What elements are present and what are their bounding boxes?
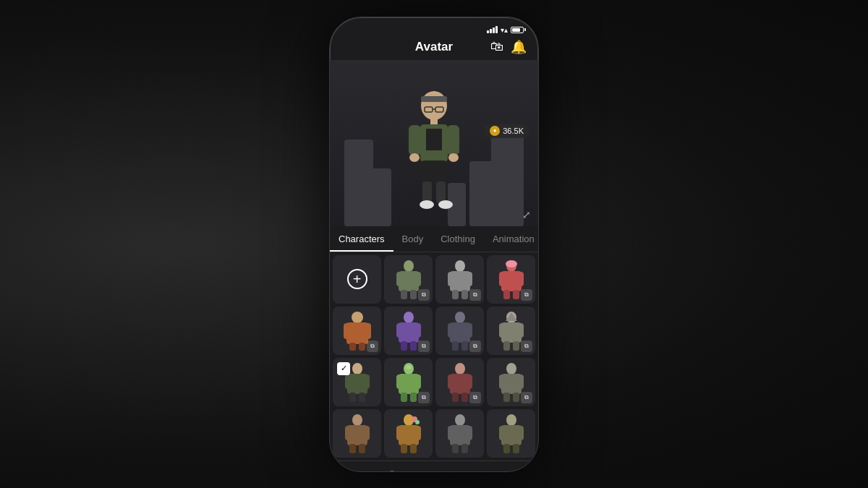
copy-icon[interactable]: ⧉ <box>521 341 532 352</box>
svg-rect-70 <box>414 374 421 389</box>
svg-rect-19 <box>396 272 403 286</box>
header-actions: 🛍 🔔 <box>490 39 527 55</box>
play-icon <box>384 470 400 472</box>
svg-rect-53 <box>461 341 468 351</box>
avatar-figure <box>401 85 467 219</box>
selected-check-icon: ✓ <box>337 362 350 375</box>
svg-point-86 <box>352 414 362 426</box>
tab-characters[interactable]: Characters <box>330 226 393 252</box>
svg-rect-88 <box>345 426 352 440</box>
svg-rect-84 <box>503 393 510 402</box>
character-item-selected[interactable]: ✓ <box>333 358 381 406</box>
pillar-2 <box>370 168 391 226</box>
svg-point-0 <box>421 91 447 120</box>
status-bar: ▾▴ <box>330 17 538 37</box>
svg-rect-21 <box>401 290 407 299</box>
svg-rect-25 <box>448 272 454 286</box>
svg-rect-38 <box>344 323 350 339</box>
tab-animation[interactable]: Animation <box>484 226 538 252</box>
bottom-nav <box>330 461 538 472</box>
nav-play[interactable] <box>378 467 406 472</box>
character-item[interactable] <box>384 409 433 458</box>
status-icons: ▾▴ <box>487 26 524 34</box>
pillar-1 <box>344 140 373 226</box>
svg-rect-8 <box>409 125 421 155</box>
tab-clothing[interactable]: Clothing <box>432 226 484 252</box>
character-item[interactable]: ⧉ <box>333 307 381 355</box>
svg-rect-46 <box>401 341 407 351</box>
header: Avatar 🛍 🔔 <box>330 37 538 60</box>
nav-chat[interactable] <box>462 467 490 472</box>
svg-rect-63 <box>345 374 352 389</box>
svg-rect-89 <box>363 426 370 440</box>
character-item[interactable]: ⧉ <box>435 255 484 304</box>
copy-icon[interactable]: ⧉ <box>418 392 430 403</box>
svg-rect-31 <box>499 272 506 286</box>
character-item[interactable] <box>435 409 484 458</box>
battery-icon <box>511 27 524 33</box>
nav-avatar[interactable] <box>420 467 448 472</box>
svg-point-10 <box>409 153 420 162</box>
svg-rect-99 <box>410 444 417 453</box>
svg-rect-105 <box>461 444 468 453</box>
svg-point-36 <box>352 312 363 323</box>
character-item[interactable]: ⧉ <box>435 358 484 406</box>
wifi-icon: ▾▴ <box>501 26 508 34</box>
character-item[interactable]: ⧉ <box>384 255 433 304</box>
character-item[interactable]: ⧉ <box>435 307 484 355</box>
svg-rect-47 <box>410 341 417 351</box>
svg-rect-64 <box>363 374 370 389</box>
signal-icon <box>487 26 498 33</box>
svg-rect-45 <box>414 323 421 338</box>
svg-point-74 <box>455 363 465 374</box>
copy-icon[interactable]: ⧉ <box>469 392 481 403</box>
svg-rect-65 <box>349 393 356 402</box>
copy-icon[interactable]: ⧉ <box>418 341 430 352</box>
svg-point-97 <box>415 420 420 424</box>
copy-icon[interactable]: ⧉ <box>469 341 481 352</box>
svg-rect-39 <box>365 323 371 339</box>
character-item[interactable]: ⧉ <box>384 307 433 355</box>
svg-rect-82 <box>499 374 506 389</box>
svg-point-42 <box>404 312 414 323</box>
characters-grid: + ⧉ ⧉ <box>330 252 538 461</box>
svg-rect-85 <box>513 393 519 402</box>
tab-body[interactable]: Body <box>393 226 433 252</box>
copy-icon[interactable]: ⧉ <box>418 289 430 301</box>
svg-rect-104 <box>452 444 459 453</box>
character-item[interactable]: ⧉ <box>384 358 433 406</box>
svg-rect-111 <box>513 444 519 453</box>
character-item[interactable] <box>487 409 535 458</box>
coin-icon: ● <box>490 126 500 136</box>
svg-rect-110 <box>503 444 510 453</box>
character-item[interactable]: ⧉ <box>487 255 535 304</box>
expand-icon[interactable]: ⤢ <box>522 209 531 221</box>
copy-icon[interactable]: ⧉ <box>521 289 532 301</box>
svg-rect-103 <box>466 426 472 440</box>
notification-icon[interactable]: 🔔 <box>511 39 527 55</box>
svg-rect-20 <box>414 272 421 286</box>
avatar-preview: ● 36.5K ⤢ <box>330 60 538 226</box>
svg-rect-35 <box>513 290 519 299</box>
character-item[interactable]: ⧉ <box>487 358 535 406</box>
svg-point-16 <box>438 200 453 209</box>
svg-rect-12 <box>422 160 446 184</box>
pillar-3 <box>491 125 524 226</box>
pillar-4 <box>469 161 495 226</box>
svg-rect-27 <box>452 290 459 299</box>
copy-icon[interactable]: ⧉ <box>521 392 532 403</box>
svg-rect-52 <box>452 341 459 351</box>
character-item[interactable] <box>333 409 381 458</box>
svg-rect-57 <box>517 323 524 338</box>
character-item[interactable]: ⧉ <box>487 307 535 355</box>
svg-point-11 <box>448 153 459 162</box>
signal-bar-3 <box>493 27 495 33</box>
copy-icon[interactable]: ⧉ <box>367 341 378 352</box>
add-character-button[interactable]: + <box>333 255 381 304</box>
copy-icon[interactable]: ⧉ <box>469 289 481 301</box>
chat-icon <box>468 470 484 472</box>
cart-icon[interactable]: 🛍 <box>490 39 503 54</box>
svg-rect-69 <box>396 374 403 389</box>
currency-amount: 36.5K <box>503 127 524 135</box>
svg-point-23 <box>455 260 465 272</box>
